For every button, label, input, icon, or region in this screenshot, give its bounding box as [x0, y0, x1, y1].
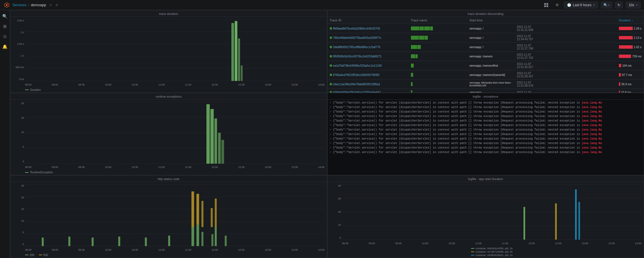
http-status-y-axis: 25 20 15 10 5 0 [13, 184, 24, 246]
http-status-chart: 25 20 15 10 5 0 08:30 09:00 09:30 10:00 … [10, 182, 327, 252]
log-line: > {"body":"Servlet.service() for servlet… [327, 119, 644, 123]
trace-duration-panel: trace duration 2.50 s 2 s 1.50 s 1 s 500… [10, 10, 327, 93]
trace-id-cell: ea1d7dd796c6455fbc533a0cc1e11196 [330, 64, 409, 67]
svg-rect-33 [68, 237, 70, 246]
svg-rect-23 [214, 118, 217, 164]
trace-id-cell: 8fd9aedb07bcefa2d28b0ccb3fc92742 [330, 27, 409, 30]
table-row[interactable]: f950508c8c63cc8373bc2e0253dd8271 oemoapp… [327, 52, 644, 61]
trace-color-dot [330, 27, 332, 30]
time-range-picker[interactable]: 🕐 Last 6 hours ▾ [564, 2, 598, 8]
logfile-app-y-axis: 40 30 20 10 0 [330, 184, 341, 239]
svg-rect-45 [196, 194, 199, 225]
svg-rect-41 [211, 234, 213, 246]
topbar: Services / demoapp ☆ ⤢ ⚙ 🕐 Last 6 hours … [0, 0, 644, 10]
svg-rect-5 [546, 5, 548, 7]
svg-rect-36 [145, 238, 147, 246]
log-line: > {"body":"Servlet.service() for servlet… [327, 150, 644, 155]
svg-rect-55 [555, 203, 557, 240]
svg-rect-46 [202, 201, 203, 227]
trace-duration-chart: 2.50 s 2 s 1.50 s 1 s 500 ms 0 μs 08:30 … [10, 17, 327, 87]
logfile-app-x-axis: 08:30 09:00 09:30 10:00 10:30 11:00 11:3… [342, 242, 642, 245]
sidebar-explore[interactable]: ⊙ [1, 33, 9, 41]
legend-500-dot [39, 255, 42, 255]
svg-rect-34 [92, 238, 94, 246]
start-time-cell: 2022-11-0712:31:27.768 [517, 44, 617, 50]
svg-rect-47 [211, 208, 213, 227]
trace-color-dot [330, 46, 332, 48]
svg-rect-21 [206, 104, 210, 163]
trace-duration-canvas [25, 19, 325, 81]
breadcrumb-separator: / [28, 3, 29, 7]
table-header: Trace ID Trace name Start time Duration … [327, 17, 644, 24]
logfile-exceptions-lines[interactable]: > {"body":"Servlet.service() for servlet… [327, 100, 644, 175]
topbar-actions: ⚙ 🕐 Last 6 hours ▾ 🔍− ↻ 10s ▾ [542, 2, 641, 8]
star-icon[interactable]: ☆ [49, 3, 52, 7]
svg-rect-24 [218, 133, 221, 163]
trace-color-dot [330, 83, 332, 85]
col-bars [517, 19, 617, 22]
trace-bars [411, 26, 467, 30]
sidebar-alerts[interactable]: 🔔 [1, 43, 9, 51]
svg-rect-48 [215, 199, 217, 227]
trace-color-dot [330, 74, 332, 76]
table-row[interactable]: 8766a4cd7f021ff52bcc5682937959f2 oemoapp… [327, 70, 644, 80]
zoom-out-button[interactable]: 🔍− [601, 2, 612, 8]
sidebar-search[interactable]: 🔍 [1, 12, 9, 20]
trace-bars [411, 90, 467, 93]
start-time-cell: 2022-11-0712:51:29.457 [517, 72, 617, 78]
container2-legend-dot [471, 252, 474, 252]
duration-cell: 2.28 s [619, 27, 641, 30]
http-status-x-axis: 08:30 09:00 09:30 10:00 10:30 11:00 11:3… [25, 248, 325, 251]
runtime-canvas [25, 102, 325, 164]
trace-duration-descending-title: trace duration descending [327, 10, 644, 17]
table-row[interactable]: 790e446bb4e60f275bad933a1659f77c oemoapp… [327, 33, 644, 42]
table-row[interactable]: ea1d7dd796c6455fbc533a0cc1e11196 oemoapp… [327, 61, 644, 70]
svg-rect-4 [544, 5, 546, 7]
duration-cell: 87.7 ms [619, 73, 641, 77]
breadcrumb-current: demoapp [31, 3, 46, 7]
logfile-app-start-panel: logfile - app start duration 40 30 20 10… [327, 175, 644, 258]
duration-cell: 43.8 ms [619, 91, 641, 93]
col-trace-name: Trace name [411, 19, 467, 22]
trace-id-cell: 790e446bb4e60f275bad933a1659f77c [330, 36, 409, 39]
log-line: > {"body":"Servlet.service() for servlet… [327, 114, 644, 119]
settings-button[interactable]: ⚙ [553, 2, 561, 8]
col-duration[interactable]: Duration ↓ [619, 19, 641, 22]
logfile-exceptions-panel: logfile - exceptions > {"body":"Servlet.… [327, 93, 644, 176]
svg-rect-35 [118, 237, 120, 246]
breadcrumb: Services / demoapp ☆ ⤢ [12, 3, 58, 7]
dashboard-view-button[interactable] [542, 2, 550, 8]
log-line: > {"body":"Servlet.service() for servlet… [327, 110, 644, 114]
breadcrumb-services[interactable]: Services [12, 3, 26, 7]
table-row[interactable]: c6ecc1ac99a184e79da9603f12385a1 oemoapp:… [327, 80, 644, 89]
trace-duration-legend: Duration [10, 87, 327, 93]
svg-rect-54 [523, 207, 525, 240]
trace-bars [411, 82, 467, 86]
logfile-app-legend: container: 845563c435f4, pid: 19 contain… [327, 246, 644, 258]
trace-name-cell: oemoapp: / [470, 27, 515, 30]
sidebar-grid[interactable]: ⊞ [1, 23, 9, 30]
trace-bars [411, 45, 467, 49]
svg-rect-22 [211, 109, 214, 163]
trace-duration-descending-panel: trace duration descending Trace ID Trace… [327, 10, 644, 93]
share-icon[interactable]: ⤢ [55, 3, 58, 7]
start-time-cell: 2022-11-0712:51:25.917 [517, 62, 617, 69]
log-line: > {"body":"Servlet.service() for servlet… [327, 137, 644, 141]
table-row[interactable]: 2da98830517851eff6b068cc1c5af770 oemoapp… [327, 42, 644, 52]
trace-bars [411, 64, 467, 68]
table-row[interactable]: b59b9a859ef7864bf6a21f755b46e662 oemoapp… [327, 89, 644, 93]
auto-refresh-interval[interactable]: 10s ▾ [626, 2, 641, 8]
duration-cell: 1.02 s [619, 45, 641, 49]
sidebar: 🔍 ⊞ ⊙ 🔔 [0, 10, 10, 258]
trace-bars [411, 73, 467, 77]
trace-bars [411, 36, 467, 40]
svg-rect-2 [544, 3, 546, 5]
logfile-app-start-title: logfile - app start duration [327, 176, 644, 182]
refresh-button[interactable]: ↻ [615, 2, 623, 8]
svg-rect-44 [191, 192, 194, 227]
svg-rect-56 [575, 189, 577, 240]
table-row[interactable]: 8fd9aedb07bcefa2d28b0ccb3fc92742 oemoapp… [327, 24, 644, 33]
trace-id-cell: 2da98830517851eff6b068cc1c5af770 [330, 46, 409, 49]
log-line: > {"body":"Servlet.service() for servlet… [327, 132, 644, 137]
trace-duration-x-axis: 08:30 09:00 09:30 10:00 10:30 11:00 11:3… [25, 83, 325, 86]
